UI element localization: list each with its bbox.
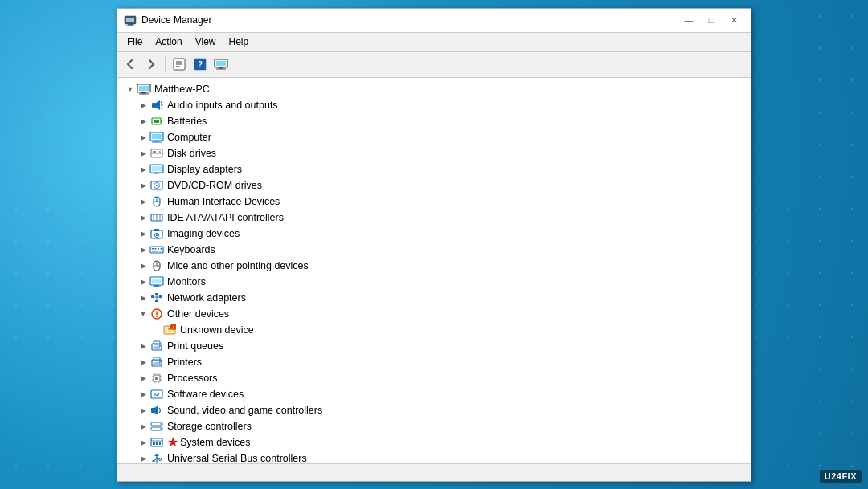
- forward-button[interactable]: [141, 55, 161, 74]
- svg-point-39: [156, 185, 158, 186]
- svg-text:?: ?: [198, 60, 203, 69]
- network-toggle[interactable]: ▶: [137, 291, 149, 304]
- keyboard-icon: [149, 243, 164, 256]
- tree-item-disk[interactable]: ▶ Disk drives: [117, 145, 751, 161]
- pc-icon: [137, 83, 151, 96]
- display-label: Display adapters: [167, 164, 242, 175]
- tree-item-audio[interactable]: ▶ Audio inputs and outputs: [117, 97, 751, 113]
- back-button[interactable]: [121, 55, 140, 74]
- printers-toggle[interactable]: ▶: [137, 356, 149, 369]
- tree-item-dvd[interactable]: ▶ DVD/CD-ROM drives: [117, 177, 751, 194]
- dvd-toggle[interactable]: ▶: [137, 179, 149, 192]
- svg-rect-52: [152, 248, 154, 250]
- tree-item-storage[interactable]: ▶ Storage controllers: [117, 418, 751, 434]
- svg-point-105: [160, 423, 162, 425]
- svg-rect-36: [154, 173, 159, 174]
- watermark-number: 24: [831, 471, 841, 481]
- minimize-button[interactable]: —: [678, 12, 699, 28]
- menu-file[interactable]: File: [121, 35, 149, 49]
- tree-item-batteries[interactable]: ▶ Batteries: [117, 113, 751, 129]
- imaging-icon: [149, 227, 164, 240]
- audio-toggle[interactable]: ▶: [137, 99, 149, 112]
- tree-item-ide[interactable]: ▶ IDE ATA/ATAPI controllers: [117, 210, 751, 226]
- network-icon: [149, 291, 164, 304]
- svg-marker-19: [156, 100, 160, 110]
- window-icon: [124, 14, 137, 26]
- tree-item-hid[interactable]: ▶ Human Interface Devices: [117, 194, 751, 210]
- svg-rect-18: [152, 103, 156, 108]
- tree-item-system[interactable]: ▶ ★ System devices: [117, 434, 751, 450]
- hid-toggle[interactable]: ▶: [137, 195, 149, 208]
- dvd-label: DVD/CD-ROM drives: [167, 180, 262, 191]
- close-button[interactable]: ✕: [723, 12, 744, 28]
- menu-action[interactable]: Action: [149, 35, 188, 49]
- svg-rect-82: [154, 347, 160, 348]
- statusbar: [117, 463, 751, 481]
- svg-point-83: [159, 344, 161, 346]
- svg-rect-98: [151, 390, 162, 398]
- tree-item-software[interactable]: ▶ Software devices: [117, 386, 751, 402]
- watermark-suffix: FIX: [841, 471, 857, 481]
- monitors-icon: [149, 275, 164, 288]
- svg-rect-65: [153, 286, 161, 287]
- monitors-toggle[interactable]: ▶: [137, 275, 149, 288]
- svg-point-75: [156, 316, 158, 317]
- svg-point-33: [159, 151, 161, 153]
- menu-help[interactable]: Help: [223, 35, 256, 49]
- storage-toggle[interactable]: ▶: [137, 420, 149, 433]
- batteries-toggle[interactable]: ▶: [137, 115, 149, 128]
- maximize-button[interactable]: □: [701, 12, 722, 28]
- tree-item-computer[interactable]: ▶ Computer: [117, 129, 751, 145]
- tree-item-printers[interactable]: ▶ Printers: [117, 354, 751, 370]
- tree-item-usb[interactable]: ▶ Universal Serial Bus controllers: [117, 450, 751, 463]
- usb-toggle[interactable]: ▶: [137, 452, 149, 463]
- properties-button[interactable]: [170, 55, 189, 74]
- imaging-toggle[interactable]: ▶: [137, 227, 149, 240]
- disk-toggle[interactable]: ▶: [137, 147, 149, 160]
- system-toggle[interactable]: ▶: [137, 436, 149, 449]
- software-toggle[interactable]: ▶: [137, 388, 149, 401]
- sound-toggle[interactable]: ▶: [137, 404, 149, 417]
- tree-item-unknown[interactable]: ? ! Unknown device: [117, 322, 751, 338]
- processors-label: Processors: [167, 373, 218, 384]
- keyboards-toggle[interactable]: ▶: [137, 243, 149, 256]
- tree-item-network[interactable]: ▶ Network adapters: [117, 290, 751, 306]
- tree-root[interactable]: ▼ Matthew-PC: [117, 81, 751, 97]
- watermark: U24FIX: [820, 470, 862, 483]
- svg-rect-17: [139, 93, 149, 94]
- svg-point-106: [160, 428, 162, 430]
- menu-view[interactable]: View: [189, 35, 223, 49]
- svg-rect-101: [151, 408, 154, 413]
- tree-item-mice[interactable]: ▶ Mice and other pointing devices: [117, 258, 751, 274]
- svg-line-22: [161, 108, 162, 109]
- svg-rect-109: [153, 442, 155, 445]
- processors-toggle[interactable]: ▶: [137, 372, 149, 385]
- svg-rect-32: [153, 151, 156, 153]
- window-title: Device Manager: [141, 14, 678, 26]
- help-button[interactable]: ?: [190, 55, 210, 74]
- svg-point-50: [156, 234, 158, 236]
- svg-rect-27: [152, 134, 162, 139]
- printq-toggle[interactable]: ▶: [137, 340, 149, 352]
- ide-toggle[interactable]: ▶: [137, 211, 149, 224]
- svg-rect-15: [139, 86, 149, 91]
- computer-toggle[interactable]: ▶: [137, 131, 149, 144]
- tree-item-printq[interactable]: ▶ Print queues: [117, 338, 751, 354]
- tree-item-imaging[interactable]: ▶ Imaging devices: [117, 226, 751, 242]
- tree-item-processors[interactable]: ▶ Processors: [117, 370, 751, 386]
- other-toggle[interactable]: ▼: [137, 308, 149, 320]
- tree-item-sound[interactable]: ▶ Sound, video and game controllers: [117, 402, 751, 418]
- unknown-toggle: [149, 324, 162, 336]
- tree-item-other[interactable]: ▼ Other devices: [117, 306, 751, 322]
- tree-item-display[interactable]: ▶ Display adapters: [117, 161, 751, 177]
- tree-item-keyboards[interactable]: ▶ Keyboards: [117, 242, 751, 258]
- processors-icon: [149, 372, 164, 385]
- device-manager-icon-button[interactable]: [211, 55, 231, 74]
- root-toggle[interactable]: ▼: [124, 83, 137, 96]
- batteries-icon: [149, 115, 164, 128]
- software-label: Software devices: [167, 389, 244, 400]
- display-toggle[interactable]: ▶: [137, 163, 149, 176]
- tree-item-monitors[interactable]: ▶ Monitors: [117, 274, 751, 290]
- network-label: Network adapters: [167, 292, 246, 304]
- mice-toggle[interactable]: ▶: [137, 259, 149, 272]
